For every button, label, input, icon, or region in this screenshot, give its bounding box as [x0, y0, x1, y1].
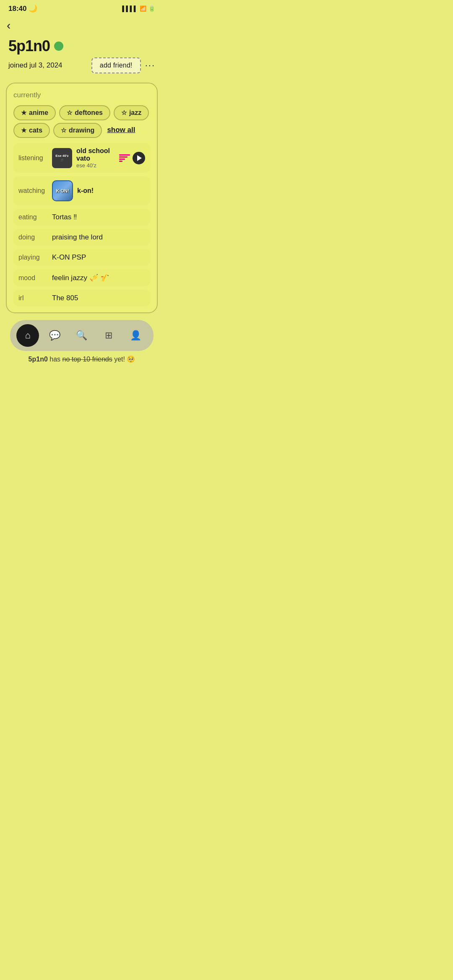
joined-date: joined jul 3, 2024	[8, 61, 62, 70]
activity-row-irl: irl The 805	[13, 290, 150, 307]
notice-suffix: yet! 🥺	[114, 356, 135, 363]
activity-content-doing: praising the lord	[52, 233, 145, 242]
activity-content-watching: K·ON! k-on!	[52, 180, 145, 201]
tag-label: jazz	[129, 109, 141, 117]
play-icon	[137, 155, 142, 161]
music-controls	[119, 152, 145, 164]
tag-label: deftones	[75, 109, 103, 117]
profile-header: 5p1n0 joined jul 3, 2024 add friend! ···	[0, 34, 164, 80]
star-icon: ☆	[67, 109, 72, 117]
mood-value: feelin jazzy 🎺 🎷	[52, 273, 109, 282]
battery-icon: 🔋	[148, 5, 155, 12]
activity-row-listening: listening Ese 40'z 🎵 old school vato ese…	[13, 143, 150, 173]
username: 5p1n0	[8, 37, 50, 55]
tags-row-2: ★ cats ☆ drawing show all	[13, 123, 150, 138]
username-row: 5p1n0	[8, 37, 155, 55]
activity-label-mood: mood	[18, 274, 47, 282]
activity-content-playing: K-ON PSP	[52, 253, 145, 262]
activity-section: listening Ese 40'z 🎵 old school vato ese…	[13, 143, 150, 307]
home-icon: ⌂	[25, 330, 31, 341]
nav-profile[interactable]: 👤	[125, 324, 147, 347]
tag-label: drawing	[69, 127, 94, 134]
nav-add[interactable]: ⊞	[97, 324, 120, 347]
activity-label-listening: listening	[18, 154, 47, 162]
tag-deftones[interactable]: ☆ deftones	[59, 105, 110, 120]
watching-info: k-on!	[77, 187, 145, 195]
activity-content-eating: Tortas ‼️	[52, 213, 145, 221]
activity-content-mood: feelin jazzy 🎺 🎷	[52, 273, 145, 282]
bottom-notice: 5p1n0 has no top 10 friends yet! 🥺	[0, 351, 164, 372]
status-time: 18:40 🌙	[8, 4, 37, 13]
activity-label-doing: doing	[18, 234, 47, 241]
notice-strikethrough: no top 10 friends	[62, 356, 112, 363]
deezer-icon	[119, 154, 130, 162]
online-indicator	[54, 42, 63, 51]
tag-cats[interactable]: ★ cats	[13, 123, 50, 138]
moon-icon: 🌙	[29, 5, 37, 13]
activity-content-irl: The 805	[52, 294, 145, 302]
joined-row: joined jul 3, 2024 add friend! ···	[8, 57, 155, 73]
tag-anime[interactable]: ★ anime	[13, 105, 56, 120]
bottom-nav: ⌂ 💬 🔍 ⊞ 👤	[10, 320, 154, 351]
profile-icon: 👤	[130, 330, 141, 341]
messages-icon: 💬	[49, 330, 60, 341]
nav-messages[interactable]: 💬	[44, 324, 66, 347]
activity-content-listening: Ese 40'z 🎵 old school vato ese 40'z	[52, 147, 145, 169]
music-info: old school vato ese 40'z	[76, 147, 115, 169]
watching-title: k-on!	[77, 187, 145, 195]
star-icon: ☆	[61, 127, 66, 134]
activity-label-watching: watching	[18, 187, 47, 195]
notice-prefix: has	[49, 356, 62, 363]
music-artist: ese 40'z	[76, 162, 115, 169]
activity-row-watching: watching K·ON! k-on!	[13, 176, 150, 205]
signal-icon: ▌▌▌▌	[122, 5, 138, 12]
playing-value: K-ON PSP	[52, 253, 86, 262]
star-icon: ★	[21, 109, 26, 117]
header-actions: add friend! ···	[91, 57, 155, 73]
activity-row-mood: mood feelin jazzy 🎺 🎷	[13, 269, 150, 286]
activity-row-doing: doing praising the lord	[13, 229, 150, 246]
music-title: old school vato	[76, 147, 115, 162]
add-friend-button[interactable]: add friend!	[91, 57, 141, 73]
notice-username: 5p1n0	[29, 356, 48, 363]
show-all-link[interactable]: show all	[105, 123, 137, 138]
activity-label-irl: irl	[18, 294, 47, 302]
activity-row-eating: eating Tortas ‼️	[13, 209, 150, 226]
more-options-button[interactable]: ···	[145, 60, 155, 71]
tag-jazz[interactable]: ☆ jazz	[114, 105, 149, 120]
tag-label: cats	[29, 127, 42, 134]
play-button[interactable]	[133, 152, 145, 164]
nav-home[interactable]: ⌂	[16, 324, 39, 347]
status-bar: 18:40 🌙 ▌▌▌▌ 📶 🔋	[0, 0, 164, 16]
currently-card: currently ★ anime ☆ deftones ☆ jazz ★ ca…	[6, 83, 158, 313]
doing-value: praising the lord	[52, 233, 103, 242]
star-icon: ☆	[121, 109, 127, 117]
tags-row: ★ anime ☆ deftones ☆ jazz	[13, 105, 150, 120]
music-thumbnail: Ese 40'z 🎵	[52, 148, 72, 168]
eating-value: Tortas ‼️	[52, 213, 77, 221]
activity-label-eating: eating	[18, 213, 47, 221]
star-icon: ★	[21, 127, 26, 134]
add-icon: ⊞	[105, 330, 112, 341]
irl-value: The 805	[52, 294, 78, 302]
nav-search[interactable]: 🔍	[70, 324, 93, 347]
back-button[interactable]: ‹	[0, 16, 164, 34]
activity-label-playing: playing	[18, 254, 47, 261]
activity-row-playing: playing K-ON PSP	[13, 249, 150, 266]
status-icons: ▌▌▌▌ 📶 🔋	[122, 5, 155, 12]
tag-drawing[interactable]: ☆ drawing	[53, 123, 102, 138]
wifi-icon: 📶	[140, 5, 146, 12]
search-icon: 🔍	[76, 330, 87, 341]
currently-label: currently	[13, 91, 150, 99]
tag-label: anime	[29, 109, 48, 117]
bottom-nav-container: ⌂ 💬 🔍 ⊞ 👤	[6, 320, 158, 351]
watching-thumbnail: K·ON!	[52, 180, 73, 201]
